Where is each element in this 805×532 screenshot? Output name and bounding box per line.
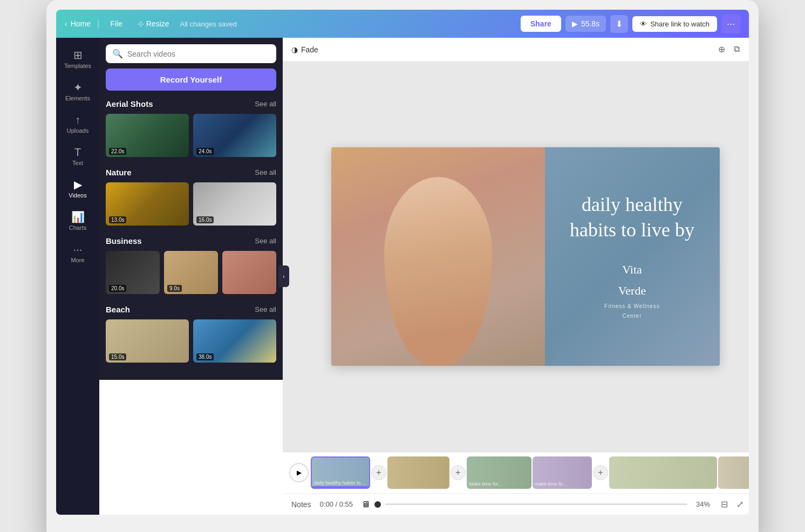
timeline-clip-5[interactable] [609, 456, 717, 489]
share-link-button[interactable]: 👁 Share link to watch [632, 16, 717, 32]
time-display: 0:00 / 0:55 [320, 500, 353, 508]
text-label: Text [72, 160, 83, 166]
progress-dot[interactable] [374, 501, 381, 508]
nature-section-header: Nature See all [106, 168, 276, 177]
nature-duration-1: 13.0s [109, 216, 126, 223]
fullscreen-icon[interactable]: ⤢ [734, 498, 746, 510]
canvas-face [331, 147, 545, 366]
resize-button[interactable]: ⊹ Resize [133, 17, 174, 30]
time-separator: / [336, 500, 339, 508]
share-button[interactable]: Share [521, 16, 561, 32]
brand-name2: Verde [604, 280, 660, 302]
business-grid: 20.0s 9.0s [106, 251, 276, 294]
timeline-clip-1[interactable]: daily healthy habits to live b... [311, 456, 370, 489]
panel-toggle[interactable]: ‹ [278, 265, 289, 287]
clip-3-text: Make time for... [469, 481, 529, 487]
nature-duration-2: 16.0s [196, 216, 214, 223]
templates-label: Templates [64, 63, 91, 69]
chevron-left-icon: ‹ [65, 19, 67, 28]
progress-bar [312, 486, 370, 488]
sidebar-nav: ⊞ Templates ✦ Elements ↑ Uploads T Text … [56, 38, 99, 515]
delete-icon[interactable]: 🗑 [746, 42, 749, 57]
play-button[interactable]: ▶ 55.8s [565, 16, 606, 32]
slides-view-icon[interactable]: ⊟ [719, 498, 730, 510]
beach-grid: 15.0s 38.0s [106, 319, 276, 363]
add-clip-3[interactable]: + [593, 465, 608, 480]
nature-see-all[interactable]: See all [255, 168, 276, 176]
timeline-clips: daily healthy habits to live b... + + Ma… [311, 456, 749, 489]
notes-button[interactable]: Notes [291, 500, 311, 509]
business-video-2[interactable]: 9.0s [164, 251, 218, 294]
business-video-3[interactable] [222, 251, 276, 294]
canvas-title: daily healthy habits to live by [570, 192, 694, 243]
beach-title: Beach [106, 305, 130, 314]
business-video-1[interactable]: 20.0s [106, 251, 160, 294]
sidebar-item-elements[interactable]: ✦ Elements [56, 77, 99, 107]
canvas[interactable]: daily healthy habits to live by Vita Ver… [331, 147, 720, 366]
videos-panel-wrapper: 🔍 Record Yourself Aerial Shots See all 2… [99, 38, 283, 515]
business-see-all[interactable]: See all [255, 237, 276, 245]
search-input[interactable] [127, 50, 270, 58]
toolbar-actions: Share ▶ 55.8s ⬇ 👁 Share link to watch ··… [521, 15, 740, 33]
nature-video-1[interactable]: 13.0s [106, 182, 189, 226]
sidebar-item-more[interactable]: ··· More [56, 238, 99, 269]
elements-icon: ✦ [73, 82, 83, 93]
editor-area: ◑ Fade ⊕ ⧉ 🗑 [283, 38, 749, 515]
timeline-clip-4[interactable]: make time fo... [533, 456, 592, 489]
timeline-clip-6[interactable] [718, 456, 749, 489]
aerial-video-2[interactable]: 24.0s [193, 114, 276, 157]
download-button[interactable]: ⬇ [610, 15, 628, 33]
download-icon: ⬇ [616, 19, 623, 29]
transition-icon: ◑ [291, 45, 298, 54]
videos-icon: ▶ [74, 179, 82, 190]
progress-container: 🖥 [361, 500, 687, 509]
home-nav[interactable]: ‹ Home [65, 19, 91, 28]
search-box[interactable]: 🔍 [106, 44, 276, 63]
bottom-bar: Notes 0:00 / 0:55 🖥 34% ⊟ ⤢ [283, 493, 749, 515]
sidebar-item-charts[interactable]: 📊 Charts [56, 206, 99, 236]
laptop-screen: ‹ Home | File ⊹ Resize All changes saved… [56, 10, 749, 515]
beach-see-all[interactable]: See all [255, 305, 276, 313]
main-area: ⊞ Templates ✦ Elements ↑ Uploads T Text … [56, 38, 749, 515]
add-slide-icon[interactable]: ⊕ [716, 42, 727, 57]
time-current: 0:00 [320, 500, 333, 508]
clip-4-text: make time fo... [535, 481, 590, 487]
canvas-photo-side [331, 147, 545, 366]
duplicate-icon[interactable]: ⧉ [732, 42, 742, 57]
file-menu[interactable]: File [106, 17, 127, 30]
timeline-clip-2[interactable] [387, 456, 449, 489]
sidebar-item-templates[interactable]: ⊞ Templates [56, 44, 99, 74]
sidebar-item-videos[interactable]: ▶ Videos [56, 174, 99, 204]
home-label: Home [71, 19, 91, 28]
videos-panel: 🔍 Record Yourself Aerial Shots See all 2… [99, 38, 283, 380]
record-button[interactable]: Record Yourself [106, 69, 276, 91]
add-clip-1[interactable]: + [371, 465, 386, 480]
top-bar: ‹ Home | File ⊹ Resize All changes saved… [56, 10, 749, 38]
more-options-button[interactable]: ··· [721, 15, 740, 33]
brand-sub2: Center [604, 311, 660, 321]
sidebar-item-uploads[interactable]: ↑ Uploads [56, 109, 99, 139]
beach-video-2[interactable]: 38.0s [193, 319, 276, 363]
zoom-level: 34% [696, 500, 710, 508]
add-clip-2[interactable]: + [451, 465, 466, 480]
aerial-grid: 22.0s 24.0s [106, 114, 276, 157]
charts-icon: 📊 [71, 212, 85, 222]
aerial-see-all[interactable]: See all [255, 100, 276, 108]
bottom-icons: ⊟ ⤢ ? [719, 498, 749, 510]
nature-video-2[interactable]: 16.0s [193, 182, 276, 226]
canvas-container: daily healthy habits to live by Vita Ver… [283, 62, 749, 452]
videos-label: Videos [69, 192, 86, 199]
canvas-text-side: daily healthy habits to live by Vita Ver… [545, 147, 720, 366]
beach-duration-2: 38.0s [196, 353, 214, 360]
time-total: 0:55 [339, 500, 353, 508]
timeline-play-button[interactable]: ▶ [289, 463, 309, 482]
timeline-clip-3[interactable]: Make time for... [467, 456, 531, 489]
timeline-area: ▶ daily healthy habits to live b... + + [283, 452, 749, 493]
beach-video-1[interactable]: 15.0s [106, 319, 189, 363]
sidebar-item-text[interactable]: T Text [56, 141, 99, 172]
templates-icon: ⊞ [73, 50, 83, 60]
timeline-track: ▶ daily healthy habits to live b... + + [283, 456, 749, 489]
aerial-video-1[interactable]: 22.0s [106, 114, 189, 157]
progress-track[interactable] [385, 503, 687, 505]
transition-indicator[interactable]: ◑ Fade [291, 45, 318, 54]
